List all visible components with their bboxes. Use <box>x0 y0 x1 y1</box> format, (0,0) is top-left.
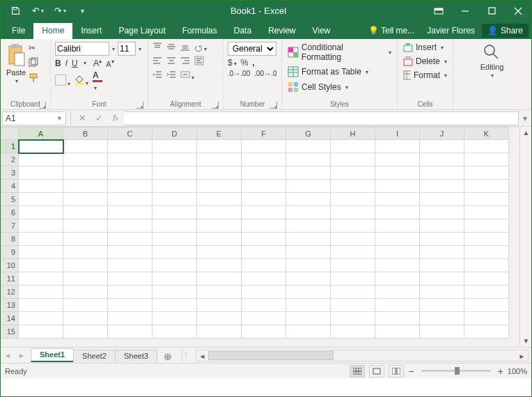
cell[interactable] <box>331 286 375 299</box>
cell[interactable] <box>152 272 197 286</box>
comma-format-icon[interactable]: , <box>252 58 254 68</box>
tell-me[interactable]: 💡 Tell me... <box>363 23 420 39</box>
cell[interactable] <box>152 325 197 338</box>
cell[interactable] <box>375 193 420 206</box>
cell[interactable] <box>63 219 108 233</box>
row-header[interactable]: 9 <box>1 246 19 259</box>
cell[interactable] <box>286 233 331 246</box>
row-header[interactable]: 6 <box>1 206 19 219</box>
row-header[interactable]: 8 <box>1 233 19 246</box>
cell[interactable] <box>108 233 152 246</box>
cell[interactable] <box>331 312 375 325</box>
cell[interactable] <box>152 299 197 312</box>
sheet-nav-next-icon[interactable]: ► <box>15 349 29 361</box>
cell[interactable] <box>331 325 375 338</box>
cell[interactable] <box>420 286 464 299</box>
cell[interactable] <box>375 272 420 286</box>
cell[interactable] <box>63 299 108 312</box>
cell[interactable] <box>19 233 63 246</box>
cell[interactable] <box>197 299 242 312</box>
cell[interactable] <box>242 140 286 153</box>
cell[interactable] <box>152 193 197 206</box>
cell[interactable] <box>63 259 108 272</box>
cell[interactable] <box>19 180 63 193</box>
row-header[interactable]: 3 <box>1 166 19 180</box>
decrease-decimal-icon[interactable]: .00→.0 <box>254 70 276 77</box>
cell[interactable] <box>420 219 464 233</box>
cell[interactable] <box>420 153 464 166</box>
wrap-text-icon[interactable] <box>194 56 204 68</box>
cell[interactable] <box>108 312 152 325</box>
scroll-right-icon[interactable]: ► <box>516 350 528 362</box>
cell[interactable] <box>375 166 420 180</box>
cell[interactable] <box>464 180 509 193</box>
cell[interactable] <box>331 180 375 193</box>
cell[interactable] <box>286 312 331 325</box>
cell[interactable] <box>108 272 152 286</box>
cell[interactable] <box>286 153 331 166</box>
cell[interactable] <box>63 193 108 206</box>
underline-button[interactable]: U <box>72 59 78 68</box>
cell[interactable] <box>242 312 286 325</box>
fill-color-icon[interactable]: ▾ <box>75 75 88 87</box>
cell[interactable] <box>152 153 197 166</box>
cell[interactable] <box>286 325 331 338</box>
cell[interactable] <box>19 206 63 219</box>
column-header[interactable]: A <box>19 127 63 140</box>
sheet-tab[interactable]: Sheet3 <box>115 350 157 362</box>
cell[interactable] <box>63 180 108 193</box>
row-header[interactable]: 13 <box>1 299 19 312</box>
cell[interactable] <box>286 299 331 312</box>
cell[interactable] <box>63 140 108 153</box>
scroll-left-icon[interactable]: ◄ <box>196 350 208 362</box>
cell[interactable] <box>375 286 420 299</box>
row-header[interactable]: 1 <box>1 140 19 153</box>
tab-data[interactable]: Data <box>226 23 260 39</box>
cell[interactable] <box>19 325 63 338</box>
signed-in-user[interactable]: Javier Flores <box>421 23 480 39</box>
normal-view-icon[interactable] <box>350 365 365 377</box>
cell[interactable] <box>152 259 197 272</box>
cell[interactable] <box>464 312 509 325</box>
cell[interactable] <box>375 140 420 153</box>
cell[interactable] <box>242 299 286 312</box>
cell[interactable] <box>197 259 242 272</box>
cell[interactable] <box>152 140 197 153</box>
cell[interactable] <box>331 259 375 272</box>
cell[interactable] <box>286 180 331 193</box>
cell[interactable] <box>197 140 242 153</box>
undo-icon[interactable]: ↶▾ <box>29 3 47 20</box>
cell[interactable] <box>286 259 331 272</box>
cell[interactable] <box>108 206 152 219</box>
column-header[interactable]: D <box>152 127 197 140</box>
cell[interactable] <box>197 272 242 286</box>
cell[interactable] <box>242 206 286 219</box>
sheet-nav-prev-icon[interactable]: ◄ <box>1 349 15 361</box>
row-header[interactable]: 2 <box>1 153 19 166</box>
redo-icon[interactable]: ↷▾ <box>51 3 69 20</box>
cell[interactable] <box>19 153 63 166</box>
cell[interactable] <box>375 219 420 233</box>
zoom-out-icon[interactable]: − <box>408 366 414 377</box>
zoom-level[interactable]: 100% <box>508 367 527 375</box>
cell[interactable] <box>152 246 197 259</box>
cell[interactable] <box>19 140 63 153</box>
cell[interactable] <box>331 166 375 180</box>
horizontal-scrollbar[interactable]: ◄ ► <box>196 350 529 361</box>
insert-cells-button[interactable]: Insert▾ <box>402 42 448 53</box>
cell[interactable] <box>242 286 286 299</box>
cell[interactable] <box>420 180 464 193</box>
cell[interactable] <box>464 259 509 272</box>
cell[interactable] <box>197 312 242 325</box>
cell[interactable] <box>464 246 509 259</box>
cell[interactable] <box>286 166 331 180</box>
cell[interactable] <box>108 153 152 166</box>
cell[interactable] <box>108 140 152 153</box>
cell[interactable] <box>108 166 152 180</box>
cell[interactable] <box>152 219 197 233</box>
cell[interactable] <box>242 272 286 286</box>
cell[interactable] <box>242 193 286 206</box>
cell[interactable] <box>152 180 197 193</box>
cell[interactable] <box>286 219 331 233</box>
column-header[interactable]: J <box>420 127 464 140</box>
